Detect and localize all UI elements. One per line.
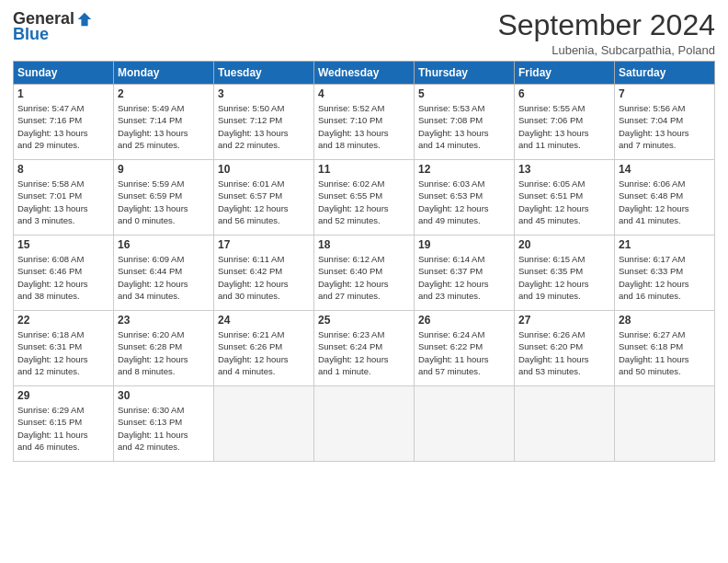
day-info: Sunrise: 6:30 AMSunset: 6:13 PMDaylight:…: [118, 404, 210, 453]
table-row: 4Sunrise: 5:52 AMSunset: 7:10 PMDaylight…: [314, 85, 415, 160]
table-row: 12Sunrise: 6:03 AMSunset: 6:53 PMDayligh…: [415, 160, 515, 236]
table-row: 24Sunrise: 6:21 AMSunset: 6:26 PMDayligh…: [214, 311, 314, 386]
table-row: 20Sunrise: 6:15 AMSunset: 6:35 PMDayligh…: [515, 236, 615, 311]
logo-icon: [76, 11, 93, 28]
table-row: 18Sunrise: 6:12 AMSunset: 6:40 PMDayligh…: [314, 236, 415, 311]
day-number: 28: [619, 314, 711, 327]
day-info: Sunrise: 5:52 AMSunset: 7:10 PMDaylight:…: [318, 102, 410, 151]
day-number: 12: [418, 163, 510, 176]
logo-blue: Blue: [13, 25, 49, 44]
day-info: Sunrise: 6:29 AMSunset: 6:15 PMDaylight:…: [17, 404, 109, 453]
table-row: 27Sunrise: 6:26 AMSunset: 6:20 PMDayligh…: [515, 311, 615, 386]
day-info: Sunrise: 5:53 AMSunset: 7:08 PMDaylight:…: [418, 102, 510, 151]
table-row: 19Sunrise: 6:14 AMSunset: 6:37 PMDayligh…: [415, 236, 515, 311]
table-row: [515, 386, 615, 462]
table-row: [615, 386, 715, 462]
day-info: Sunrise: 6:20 AMSunset: 6:28 PMDaylight:…: [118, 328, 210, 377]
day-info: Sunrise: 6:06 AMSunset: 6:48 PMDaylight:…: [619, 178, 711, 226]
table-row: 15Sunrise: 6:08 AMSunset: 6:46 PMDayligh…: [14, 236, 114, 311]
table-row: 17Sunrise: 6:11 AMSunset: 6:42 PMDayligh…: [214, 236, 314, 311]
day-info: Sunrise: 6:12 AMSunset: 6:40 PMDaylight:…: [318, 253, 410, 302]
table-row: 9Sunrise: 5:59 AMSunset: 6:59 PMDaylight…: [114, 160, 214, 236]
day-number: 19: [418, 238, 510, 251]
day-info: Sunrise: 6:05 AMSunset: 6:51 PMDaylight:…: [518, 178, 610, 226]
day-info: Sunrise: 6:21 AMSunset: 6:26 PMDaylight:…: [218, 328, 310, 377]
table-row: [415, 386, 515, 462]
day-number: 13: [518, 163, 610, 176]
table-row: 29Sunrise: 6:29 AMSunset: 6:15 PMDayligh…: [14, 386, 114, 462]
table-row: 7Sunrise: 5:56 AMSunset: 7:04 PMDaylight…: [615, 85, 715, 160]
header-friday: Friday: [515, 62, 615, 85]
day-info: Sunrise: 6:14 AMSunset: 6:37 PMDaylight:…: [418, 253, 510, 302]
day-number: 14: [619, 163, 711, 176]
header-wednesday: Wednesday: [314, 62, 415, 85]
day-info: Sunrise: 6:01 AMSunset: 6:57 PMDaylight:…: [218, 178, 310, 226]
day-info: Sunrise: 6:15 AMSunset: 6:35 PMDaylight:…: [518, 253, 610, 302]
calendar-table: Sunday Monday Tuesday Wednesday Thursday…: [13, 61, 715, 462]
day-info: Sunrise: 6:27 AMSunset: 6:18 PMDaylight:…: [619, 328, 711, 377]
header-saturday: Saturday: [615, 62, 715, 85]
day-info: Sunrise: 6:09 AMSunset: 6:44 PMDaylight:…: [118, 253, 210, 302]
day-info: Sunrise: 5:49 AMSunset: 7:14 PMDaylight:…: [118, 102, 210, 151]
table-row: 1Sunrise: 5:47 AMSunset: 7:16 PMDaylight…: [14, 85, 114, 160]
day-number: 17: [218, 238, 310, 251]
table-row: [314, 386, 415, 462]
day-info: Sunrise: 5:56 AMSunset: 7:04 PMDaylight:…: [619, 102, 711, 151]
title-block: September 2024 Lubenia, Subcarpathia, Po…: [497, 9, 715, 57]
table-row: 5Sunrise: 5:53 AMSunset: 7:08 PMDaylight…: [415, 85, 515, 160]
day-info: Sunrise: 6:08 AMSunset: 6:46 PMDaylight:…: [17, 253, 109, 302]
page: General Blue September 2024 Lubenia, Sub…: [0, 0, 728, 563]
table-row: 13Sunrise: 6:05 AMSunset: 6:51 PMDayligh…: [515, 160, 615, 236]
day-number: 3: [218, 87, 310, 100]
day-number: 23: [118, 314, 210, 327]
day-info: Sunrise: 6:26 AMSunset: 6:20 PMDaylight:…: [518, 328, 610, 377]
day-number: 16: [118, 238, 210, 251]
day-number: 26: [418, 314, 510, 327]
day-info: Sunrise: 6:02 AMSunset: 6:55 PMDaylight:…: [318, 178, 410, 226]
day-info: Sunrise: 5:55 AMSunset: 7:06 PMDaylight:…: [518, 102, 610, 151]
table-row: 8Sunrise: 5:58 AMSunset: 7:01 PMDaylight…: [14, 160, 114, 236]
day-number: 1: [17, 87, 109, 100]
day-number: 8: [17, 163, 109, 176]
day-info: Sunrise: 6:18 AMSunset: 6:31 PMDaylight:…: [17, 328, 109, 377]
table-row: 11Sunrise: 6:02 AMSunset: 6:55 PMDayligh…: [314, 160, 415, 236]
day-info: Sunrise: 6:11 AMSunset: 6:42 PMDaylight:…: [218, 253, 310, 302]
table-row: 14Sunrise: 6:06 AMSunset: 6:48 PMDayligh…: [615, 160, 715, 236]
header-sunday: Sunday: [14, 62, 114, 85]
header-monday: Monday: [114, 62, 214, 85]
day-number: 20: [518, 238, 610, 251]
day-number: 7: [619, 87, 711, 100]
day-number: 9: [118, 163, 210, 176]
table-row: 22Sunrise: 6:18 AMSunset: 6:31 PMDayligh…: [14, 311, 114, 386]
day-number: 30: [118, 389, 210, 402]
day-number: 18: [318, 238, 410, 251]
table-row: 25Sunrise: 6:23 AMSunset: 6:24 PMDayligh…: [314, 311, 415, 386]
subtitle: Lubenia, Subcarpathia, Poland: [497, 43, 715, 57]
day-number: 5: [418, 87, 510, 100]
day-number: 4: [318, 87, 410, 100]
day-number: 24: [218, 314, 310, 327]
table-row: 21Sunrise: 6:17 AMSunset: 6:33 PMDayligh…: [615, 236, 715, 311]
header: General Blue September 2024 Lubenia, Sub…: [13, 9, 715, 57]
table-row: 26Sunrise: 6:24 AMSunset: 6:22 PMDayligh…: [415, 311, 515, 386]
header-thursday: Thursday: [415, 62, 515, 85]
day-info: Sunrise: 5:58 AMSunset: 7:01 PMDaylight:…: [17, 178, 109, 226]
day-info: Sunrise: 5:59 AMSunset: 6:59 PMDaylight:…: [118, 178, 210, 226]
day-number: 29: [17, 389, 109, 402]
day-number: 22: [17, 314, 109, 327]
day-number: 21: [619, 238, 711, 251]
table-row: 23Sunrise: 6:20 AMSunset: 6:28 PMDayligh…: [114, 311, 214, 386]
header-tuesday: Tuesday: [214, 62, 314, 85]
table-row: 3Sunrise: 5:50 AMSunset: 7:12 PMDaylight…: [214, 85, 314, 160]
month-title: September 2024: [497, 9, 715, 41]
day-info: Sunrise: 6:03 AMSunset: 6:53 PMDaylight:…: [418, 178, 510, 226]
logo: General Blue: [13, 9, 93, 44]
table-row: 6Sunrise: 5:55 AMSunset: 7:06 PMDaylight…: [515, 85, 615, 160]
table-row: 30Sunrise: 6:30 AMSunset: 6:13 PMDayligh…: [114, 386, 214, 462]
day-info: Sunrise: 5:47 AMSunset: 7:16 PMDaylight:…: [17, 102, 109, 151]
table-row: 2Sunrise: 5:49 AMSunset: 7:14 PMDaylight…: [114, 85, 214, 160]
table-row: [214, 386, 314, 462]
day-number: 6: [518, 87, 610, 100]
table-row: 10Sunrise: 6:01 AMSunset: 6:57 PMDayligh…: [214, 160, 314, 236]
day-info: Sunrise: 6:17 AMSunset: 6:33 PMDaylight:…: [619, 253, 711, 302]
